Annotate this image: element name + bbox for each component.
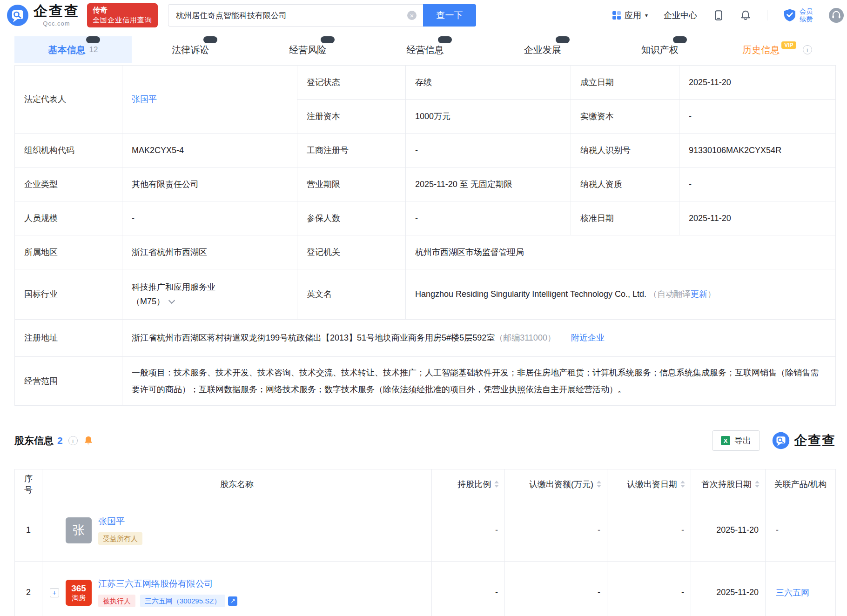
address-zip: （邮编311000） (495, 333, 556, 342)
customer-service-icon[interactable] (828, 7, 844, 23)
paid-capital-label: 实缴资本 (571, 100, 679, 134)
chevron-down-icon[interactable] (168, 297, 175, 303)
paid-capital-value: - (679, 100, 836, 134)
english-name-label: 英文名 (297, 269, 406, 320)
related-value: - (766, 499, 836, 562)
clear-icon[interactable]: × (407, 11, 417, 20)
subscribe-bell-icon[interactable] (83, 435, 94, 446)
shareholder-avatar[interactable]: 张 (66, 517, 92, 543)
apps-menu[interactable]: 应用 ▾ (612, 10, 648, 21)
col-related-products: 关联产品/机构 (766, 469, 836, 499)
sub-date-value: - (607, 562, 691, 616)
translate-update-link[interactable]: 更新 (691, 289, 707, 299)
search-button[interactable]: 查一下 (423, 4, 476, 27)
tab-label: 经营风险 (289, 44, 326, 56)
ribbon-line1: 传奇 (93, 6, 152, 15)
vip-badge: VIP (781, 41, 796, 49)
tab-legal-litigation[interactable]: 法律诉讼 (132, 36, 249, 63)
divider (767, 10, 767, 20)
legal-rep-link[interactable]: 张国平 (132, 94, 157, 104)
section-title: 股东信息 (14, 434, 54, 447)
reg-authority-value: 杭州市西湖区市场监督管理局 (406, 235, 836, 269)
english-name-value: Hangzhou Residing Singularity Intelligen… (406, 269, 836, 320)
sort-icon (680, 481, 685, 488)
ribbon-line2: 全国企业信用查询 (93, 15, 152, 25)
col-ratio[interactable]: 持股比例 (432, 469, 505, 499)
search-input[interactable] (168, 4, 423, 27)
slogan-ribbon: 传奇 全国企业信用查询 (87, 3, 158, 27)
approval-date-value: 2025-11-20 (679, 201, 836, 235)
shareholder-row: 2 + 365 淘房 江苏三六五网络股份有限公司 被执行 (15, 562, 836, 616)
tab-basic-count: 12 (89, 45, 98, 54)
qcc-logo-icon (7, 4, 29, 27)
tab-intellectual-property[interactable]: 知识产权 (601, 36, 719, 63)
first-date-value: 2025-11-20 (691, 562, 766, 616)
info-icon[interactable]: i (803, 45, 812, 54)
region-value: 浙江省杭州市西湖区 (122, 235, 297, 269)
amount-value: - (505, 562, 607, 616)
tab-enterprise-development[interactable]: 企业发展 (484, 36, 601, 63)
tab-label: 法律诉讼 (172, 44, 209, 56)
expand-slot: + (50, 588, 66, 597)
address-label: 注册地址 (15, 320, 122, 357)
ratio-value: - (432, 562, 505, 616)
shareholders-table: 序号 股东名称 持股比例 认缴出资额(万元) 认缴出资日期 首次持股日期 关联产… (14, 469, 836, 616)
apps-label: 应用 (625, 10, 641, 21)
ratio-value: - (432, 499, 505, 562)
tab-label: 经营信息 (406, 44, 444, 56)
biz-reg-no-value: - (406, 134, 571, 167)
tag-beneficial-owner[interactable]: 受益所有人 (98, 532, 142, 545)
shareholder-logo[interactable]: 365 淘房 (66, 580, 92, 606)
sort-icon (494, 481, 499, 488)
col-subscribed-date[interactable]: 认缴出资日期 (607, 469, 691, 499)
stock-chart-icon[interactable]: ↗ (228, 596, 237, 606)
legal-rep-label: 法定代表人 (15, 66, 122, 134)
tab-count-badge (556, 36, 570, 43)
tag-listed-stock[interactable]: 三六五网（300295.SZ） (140, 595, 225, 608)
vip-label-top: 会员 (800, 7, 813, 16)
header: 企查查 Qcc.com 传奇 全国企业信用查询 × 查一下 应用 ▾ 企业中心 (0, 0, 847, 31)
tab-count-badge (203, 36, 217, 43)
export-button[interactable]: X 导出 (712, 430, 760, 451)
amount-value: - (505, 499, 607, 562)
vip-renew[interactable]: 会员 续费 (783, 7, 813, 24)
staff-size-label: 人员规模 (15, 201, 122, 235)
col-first-holding-date[interactable]: 首次持股日期 (691, 469, 766, 499)
tab-history-info[interactable]: 历史信息 VIP i (719, 36, 836, 63)
reg-status-value: 存续 (406, 66, 571, 100)
enterprise-center-link[interactable]: 企业中心 (664, 10, 697, 21)
tab-basic-info[interactable]: 基本信息 12 (14, 36, 132, 63)
insured-count-label: 参保人数 (297, 201, 406, 235)
info-icon[interactable]: i (68, 436, 78, 445)
notifications-bell-icon[interactable] (740, 10, 751, 21)
first-date-value: 2025-11-20 (691, 499, 766, 562)
tab-count-badge (438, 36, 452, 43)
tab-count-badge (321, 36, 335, 43)
mobile-app-icon[interactable] (713, 10, 724, 21)
shareholder-name-link[interactable]: 张国平 (98, 516, 125, 528)
tab-operating-info[interactable]: 经营信息 (366, 36, 484, 63)
shareholder-row: 1 张 张国平 受益所有人 - - - (15, 499, 836, 562)
section-count: 2 (57, 435, 63, 446)
related-product-link[interactable]: 三六五网 (776, 588, 809, 597)
expand-button[interactable]: + (50, 588, 59, 597)
col-subscribed-amount[interactable]: 认缴出资额(万元) (505, 469, 607, 499)
qcc-logo-icon (772, 432, 790, 449)
tab-bar: 基本信息 12 法律诉讼 经营风险 经营信息 企业发展 知识产权 历史信息 VI… (14, 36, 836, 63)
tab-operating-risk[interactable]: 经营风险 (249, 36, 366, 63)
nearby-companies-link[interactable]: 附近企业 (571, 333, 605, 342)
approval-date-label: 核准日期 (571, 201, 679, 235)
org-code-label: 组织机构代码 (15, 134, 122, 167)
search-bar: × 查一下 (168, 4, 476, 27)
header-right: 应用 ▾ 企业中心 会员 续费 (612, 7, 844, 24)
qcc-logo[interactable]: 企查查 Qcc.com (7, 4, 80, 27)
chevron-down-icon: ▾ (645, 12, 648, 19)
tab-count-badge (86, 36, 100, 43)
shareholder-name-link[interactable]: 江苏三六五网络股份有限公司 (98, 578, 213, 590)
industry-label: 国标行业 (15, 269, 122, 320)
row-no: 2 (15, 562, 42, 616)
translate-note: （自动翻译 (649, 289, 691, 299)
tag-person-subject-to-enforcement[interactable]: 被执行人 (98, 595, 135, 608)
scope-value: 一般项目：技术服务、技术开发、技术咨询、技术交流、技术转让、技术推广；人工智能基… (122, 357, 836, 406)
company-type-label: 企业类型 (15, 167, 122, 201)
